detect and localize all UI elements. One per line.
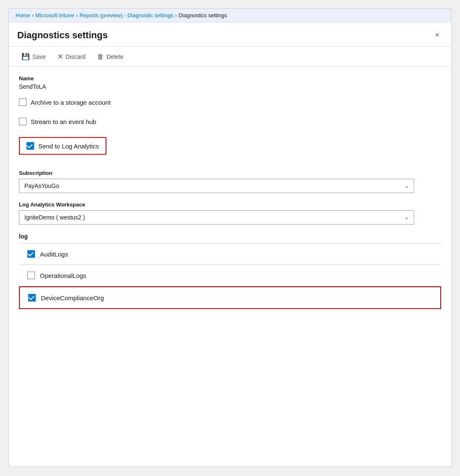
archive-checkbox-row[interactable]: Archive to a storage account bbox=[19, 98, 441, 106]
diagnostics-settings-panel: Home › Microsoft Intune › Reports (previ… bbox=[8, 8, 452, 467]
breadcrumb-sep-2: › bbox=[76, 12, 78, 19]
operationallogs-label: OperationalLogs bbox=[40, 272, 86, 279]
breadcrumb-intune[interactable]: Microsoft Intune bbox=[35, 12, 74, 19]
archive-checkbox[interactable] bbox=[19, 98, 26, 106]
log-section-title: log bbox=[19, 233, 441, 243]
auditlogs-label: AuditLogs bbox=[40, 251, 68, 258]
devicecomplianceorg-checkbox[interactable] bbox=[28, 294, 36, 301]
breadcrumb-reports[interactable]: Reports (preview) - Diagnostic settings bbox=[79, 12, 173, 19]
stream-checkbox-row[interactable]: Stream to an event hub bbox=[19, 118, 441, 125]
send-log-analytics-row[interactable]: Send to Log Analytics bbox=[19, 137, 106, 155]
name-value: SendToLA bbox=[19, 83, 441, 90]
breadcrumb-sep-3: › bbox=[175, 12, 177, 19]
devicecomplianceorg-label: DeviceComplianceOrg bbox=[41, 294, 104, 301]
workspace-section: Log Analytics Workspace IgniteDemo ( wes… bbox=[19, 201, 441, 225]
log-row-operationallogs[interactable]: OperationalLogs bbox=[19, 265, 441, 286]
stream-checkbox[interactable] bbox=[19, 118, 26, 125]
page-title: Diagnostics settings bbox=[17, 30, 108, 41]
save-icon: 💾 bbox=[21, 53, 30, 61]
name-label: Name bbox=[19, 75, 441, 82]
discard-label: Discard bbox=[66, 53, 85, 60]
send-log-analytics-checkbox[interactable] bbox=[26, 142, 34, 150]
chevron-down-icon-2: ⌄ bbox=[404, 214, 409, 220]
log-section: log AuditLogs OperationalLogs DeviceComp… bbox=[19, 233, 441, 309]
save-label: Save bbox=[32, 53, 46, 60]
subscription-dropdown[interactable]: PayAsYouGo ⌄ bbox=[19, 179, 414, 193]
subscription-section: Subscription PayAsYouGo ⌄ bbox=[19, 170, 441, 193]
send-log-analytics-label: Send to Log Analytics bbox=[38, 143, 99, 150]
breadcrumb-current: Diagnostics settings bbox=[178, 12, 227, 19]
auditlogs-checkbox[interactable] bbox=[27, 250, 35, 258]
workspace-label: Log Analytics Workspace bbox=[19, 201, 441, 208]
delete-button[interactable]: 🗑 Delete bbox=[91, 50, 129, 63]
discard-icon: ✕ bbox=[58, 53, 63, 61]
breadcrumb: Home › Microsoft Intune › Reports (previ… bbox=[9, 9, 451, 22]
operationallogs-checkbox[interactable] bbox=[27, 272, 35, 279]
archive-label: Archive to a storage account bbox=[31, 99, 111, 106]
subscription-value: PayAsYouGo bbox=[24, 182, 59, 189]
close-button[interactable]: × bbox=[431, 29, 443, 41]
log-row-devicecomplianceorg[interactable]: DeviceComplianceOrg bbox=[19, 286, 441, 309]
delete-label: Delete bbox=[106, 53, 123, 60]
stream-label: Stream to an event hub bbox=[31, 118, 96, 125]
workspace-dropdown[interactable]: IgniteDemo ( westus2 ) ⌄ bbox=[19, 210, 414, 225]
delete-icon: 🗑 bbox=[97, 53, 104, 61]
breadcrumb-sep-1: › bbox=[32, 12, 34, 19]
chevron-down-icon: ⌄ bbox=[404, 183, 409, 189]
panel-header: Diagnostics settings × bbox=[9, 22, 451, 47]
toolbar: 💾 Save ✕ Discard 🗑 Delete bbox=[9, 47, 451, 67]
form-content: Name SendToLA Archive to a storage accou… bbox=[9, 67, 451, 317]
log-row-auditlogs[interactable]: AuditLogs bbox=[19, 243, 441, 265]
subscription-label: Subscription bbox=[19, 170, 441, 176]
breadcrumb-home[interactable]: Home bbox=[16, 12, 30, 19]
workspace-value: IgniteDemo ( westus2 ) bbox=[24, 214, 85, 221]
discard-button[interactable]: ✕ Discard bbox=[52, 50, 91, 63]
save-button[interactable]: 💾 Save bbox=[16, 50, 52, 63]
